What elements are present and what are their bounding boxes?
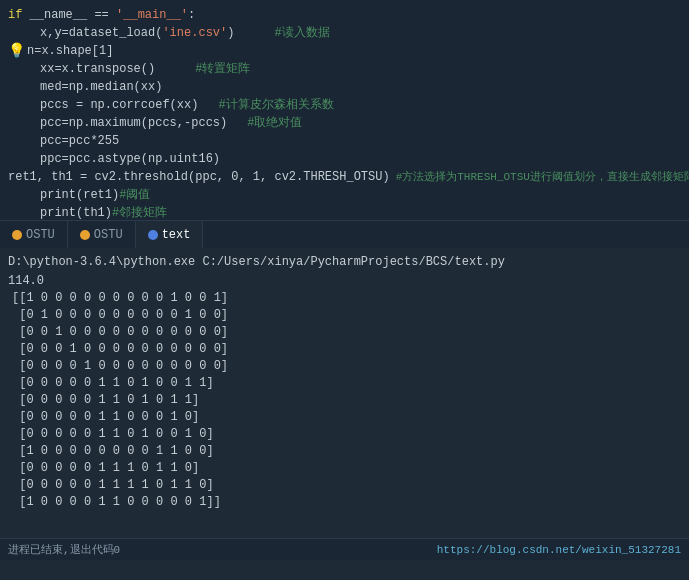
code-line-5: med=np.median(xx) [8,78,681,96]
tab-icon-ostu-2 [80,230,90,240]
editor-container: if __name__ == '__main__' : x,y=dataset_… [0,0,689,560]
matrix-line-2: [0 0 1 0 0 0 0 0 0 0 0 0 0 0] [8,324,681,341]
matrix-line-4: [0 0 0 0 1 0 0 0 0 0 0 0 0 0] [8,358,681,375]
tab-icon-text [148,230,158,240]
matrix-line-5: [0 0 0 0 0 1 1 0 1 0 0 1 1] [8,375,681,392]
matrix-line-8: [0 0 0 0 0 1 1 0 1 0 0 1 0] [8,426,681,443]
matrix-line-12: [1 0 0 0 0 1 1 0 0 0 0 0 1]] [8,494,681,511]
tab-ostu-1[interactable]: OSTU [0,221,68,248]
code-line-6: pccs = np.corrcoef(xx) #计算皮尔森相关系数 [8,96,681,114]
tab-ostu-2[interactable]: OSTU [68,221,136,248]
code-line-11: print(ret1) #阈值 [8,186,681,204]
matrix-line-0: [[1 0 0 0 0 0 0 0 0 0 1 0 0 1] [8,290,681,307]
matrix-line-3: [0 0 0 1 0 0 0 0 0 0 0 0 0 0] [8,341,681,358]
code-line-3: 💡 n=x.shape[1] [8,42,681,60]
output-value: 114.0 [8,273,681,290]
status-bar: 进程已结束,退出代码0 https://blog.csdn.net/weixin… [0,538,689,560]
tab-bar: OSTU OSTU text [0,220,689,248]
matrix-line-11: [0 0 0 0 0 1 1 1 1 0 1 1 0] [8,477,681,494]
output-area: D:\python-3.6.4\python.exe C:/Users/xiny… [0,248,689,538]
tab-text[interactable]: text [136,221,204,248]
code-area[interactable]: if __name__ == '__main__' : x,y=dataset_… [0,0,689,220]
output-matrix: [[1 0 0 0 0 0 0 0 0 0 1 0 0 1] [0 1 0 0 … [8,290,681,511]
code-line-12: print(th1) #邻接矩阵 [8,204,681,220]
code-line-9: ppc=pcc.astype(np.uint16) [8,150,681,168]
exit-status: 进程已结束,退出代码0 [8,542,120,557]
matrix-line-1: [0 1 0 0 0 0 0 0 0 0 0 1 0 0] [8,307,681,324]
matrix-line-6: [0 0 0 0 0 1 1 0 1 0 1 1] [8,392,681,409]
blog-link[interactable]: https://blog.csdn.net/weixin_51327281 [437,544,681,556]
output-path: D:\python-3.6.4\python.exe C:/Users/xiny… [8,254,681,271]
matrix-line-7: [0 0 0 0 0 1 1 0 0 0 1 0] [8,409,681,426]
tab-icon-ostu-1 [12,230,22,240]
matrix-line-10: [0 0 0 0 0 1 1 1 0 1 1 0] [8,460,681,477]
code-line-10: ret1, th1 = cv2.threshold(ppc, 0, 1, cv2… [8,168,681,186]
code-line-4: xx=x.transpose() #转置矩阵 [8,60,681,78]
matrix-line-9: [1 0 0 0 0 0 0 0 0 1 1 0 0] [8,443,681,460]
code-line-1: if __name__ == '__main__' : [8,6,681,24]
code-line-8: pcc=pcc*255 [8,132,681,150]
code-line-2: x,y=dataset_load( 'ine.csv' ) #读入数据 [8,24,681,42]
code-line-7: pcc=np.maximum(pccs,-pccs) #取绝对值 [8,114,681,132]
